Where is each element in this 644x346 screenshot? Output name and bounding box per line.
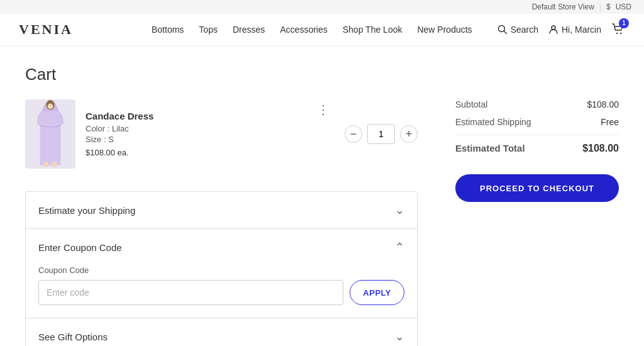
svg-point-2 — [552, 26, 555, 30]
svg-point-6 — [48, 104, 53, 109]
logo[interactable]: VENIA — [19, 21, 73, 38]
coupon-row: APPLY — [38, 280, 404, 305]
currency-symbol: $ — [606, 3, 611, 11]
svg-rect-7 — [44, 162, 48, 167]
quantity-control: − + — [345, 124, 418, 144]
accordion-shipping-header[interactable]: Estimate your Shipping ⌄ — [26, 192, 417, 228]
checkout-button[interactable]: PROCEED TO CHECKOUT — [455, 174, 619, 202]
search-button[interactable]: Search — [497, 25, 538, 35]
subtotal-label: Subtotal — [455, 99, 487, 109]
quantity-input[interactable] — [367, 124, 395, 144]
summary-subtotal-row: Subtotal $108.00 — [455, 99, 619, 109]
summary-shipping-row: Estimated Shipping Free — [455, 117, 619, 127]
accordion-shipping-label: Estimate your Shipping — [38, 205, 135, 216]
nav-item-shop-the-look[interactable]: Shop The Look — [343, 25, 402, 35]
accordion-coupon-body: Coupon Code APPLY — [26, 265, 417, 318]
product-size: Size : S — [86, 135, 302, 144]
nav-item-bottoms[interactable]: Bottoms — [152, 25, 184, 35]
total-value: $108.00 — [582, 143, 619, 154]
subtotal-value: $108.00 — [587, 99, 619, 109]
header-actions: Search Hi, Marcin 1 — [497, 22, 625, 38]
accordion-gift-header[interactable]: See Gift Options ⌄ — [26, 318, 417, 346]
accordion: Estimate your Shipping ⌄ Enter Coupon Co… — [25, 191, 418, 346]
item-more-button[interactable]: ⋮ — [312, 99, 335, 120]
quantity-decrease-button[interactable]: − — [345, 125, 362, 143]
search-icon — [497, 25, 508, 35]
user-label: Hi, Marcin — [562, 25, 601, 35]
svg-rect-8 — [52, 162, 57, 167]
cart-layout: Candace Dress Color : Lilac Size : S $10… — [25, 99, 619, 346]
currency-label: USD — [616, 3, 631, 11]
accordion-coupon-label: Enter Coupon Code — [38, 242, 122, 253]
nav-item-dresses[interactable]: Dresses — [233, 25, 265, 35]
top-bar: Default Store View | $ USD — [0, 0, 644, 14]
nav-item-tops[interactable]: Tops — [199, 25, 218, 35]
shipping-label: Estimated Shipping — [455, 117, 531, 127]
product-info: Candace Dress Color : Lilac Size : S $10… — [86, 111, 302, 157]
chevron-up-icon: ⌃ — [395, 240, 404, 254]
coupon-field-label: Coupon Code — [38, 265, 404, 275]
cart-button[interactable]: 1 — [611, 22, 625, 38]
accordion-gift: See Gift Options ⌄ — [26, 318, 417, 346]
separator: | — [599, 3, 601, 11]
svg-point-4 — [620, 32, 621, 33]
nav-item-accessories[interactable]: Accessories — [280, 25, 327, 35]
apply-coupon-button[interactable]: APPLY — [350, 280, 404, 305]
total-label: Estimated Total — [455, 143, 525, 154]
main-content: Cart — [0, 46, 644, 346]
nav-item-new-products[interactable]: New Products — [417, 25, 472, 35]
cart-left: Candace Dress Color : Lilac Size : S $10… — [25, 99, 418, 346]
chevron-down-icon: ⌄ — [395, 203, 404, 217]
page-title: Cart — [25, 65, 619, 84]
product-image — [25, 99, 75, 169]
quantity-increase-button[interactable]: + — [400, 125, 418, 143]
cart-badge: 1 — [619, 18, 629, 28]
main-nav: Bottoms Tops Dresses Accessories Shop Th… — [152, 25, 472, 35]
product-name: Candace Dress — [86, 111, 302, 121]
shipping-value: Free — [601, 117, 619, 127]
summary-total-row: Estimated Total $108.00 — [455, 135, 619, 154]
svg-point-3 — [616, 32, 618, 33]
cart-item: Candace Dress Color : Lilac Size : S $10… — [25, 99, 418, 181]
coupon-input[interactable] — [38, 280, 343, 305]
cart-summary: Subtotal $108.00 Estimated Shipping Free… — [455, 99, 619, 202]
search-label: Search — [511, 25, 538, 35]
user-button[interactable]: Hi, Marcin — [548, 25, 601, 35]
product-color: Color : Lilac — [86, 124, 302, 133]
accordion-gift-label: See Gift Options — [38, 332, 108, 342]
svg-line-1 — [504, 31, 506, 34]
store-view-label: Default Store View — [532, 3, 594, 11]
header: VENIA Bottoms Tops Dresses Accessories S… — [0, 14, 644, 46]
chevron-down-icon-gift: ⌄ — [395, 330, 404, 343]
accordion-shipping: Estimate your Shipping ⌄ — [26, 192, 417, 229]
accordion-coupon-header[interactable]: Enter Coupon Code ⌃ — [26, 229, 417, 265]
product-price: $108.00 ea. — [86, 148, 302, 157]
user-icon — [548, 25, 558, 35]
accordion-coupon: Enter Coupon Code ⌃ Coupon Code APPLY — [26, 229, 417, 318]
